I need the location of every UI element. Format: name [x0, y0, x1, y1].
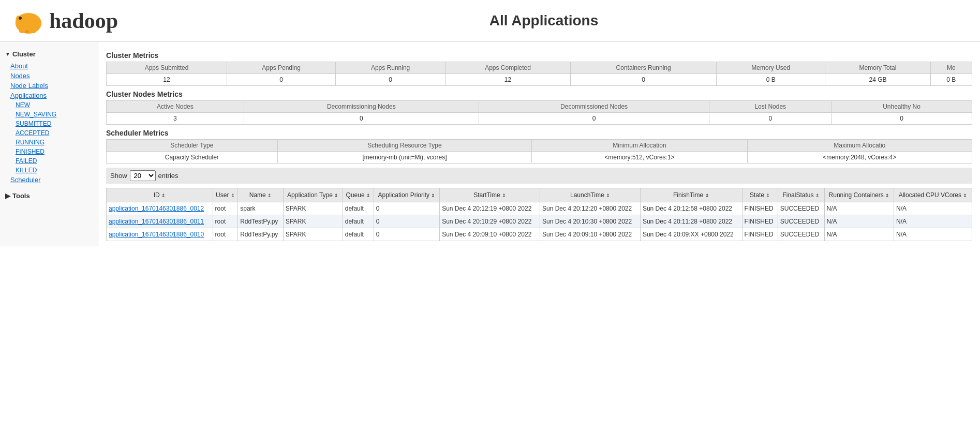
- col-decommissioning-nodes: Decommissioning Nodes: [244, 101, 479, 113]
- th-id[interactable]: ID ⇕: [107, 188, 213, 202]
- cluster-nodes-metrics-table: Active Nodes Decommissioning Nodes Decom…: [106, 100, 972, 125]
- cell-state: FINISHED: [742, 202, 778, 215]
- entries-label: entries: [158, 172, 179, 180]
- svg-point-7: [25, 30, 29, 33]
- col-apps-pending: Apps Pending: [227, 62, 336, 74]
- th-final-status[interactable]: FinalStatus ⇕: [778, 188, 824, 202]
- sidebar-item-node-labels[interactable]: Node Labels: [0, 81, 98, 91]
- th-id-label: ID: [154, 191, 160, 199]
- val-decommissioned-nodes: 0: [479, 113, 709, 125]
- th-launch-time[interactable]: LaunchTime ⇕: [540, 188, 641, 202]
- cell-start-time: Sun Dec 4 20:09:10 +0800 2022: [440, 228, 540, 241]
- app-id-link[interactable]: application_1670146301886_0011: [109, 218, 204, 225]
- sort-final-icon: ⇕: [815, 193, 820, 198]
- app-id-link[interactable]: application_1670146301886_0012: [109, 205, 204, 212]
- svg-point-3: [19, 17, 22, 20]
- cell-priority: 0: [374, 215, 439, 228]
- val-memory-used: 0 B: [717, 74, 825, 86]
- th-name[interactable]: Name ⇕: [238, 188, 283, 202]
- col-lost-nodes: Lost Nodes: [709, 101, 831, 113]
- sort-containers-icon: ⇕: [885, 193, 889, 198]
- val-lost-nodes: 0: [709, 113, 831, 125]
- val-scheduling-resource-type: [memory-mb (unit=Mi), vcores]: [277, 152, 532, 164]
- cell-priority: 0: [374, 228, 439, 241]
- table-row: application_1670146301886_0012rootsparkS…: [107, 202, 972, 215]
- sidebar-item-new[interactable]: NEW: [0, 100, 98, 110]
- cell-launch-time: Sun Dec 4 20:09:10 +0800 2022: [540, 228, 641, 241]
- sidebar-item-accepted[interactable]: ACCEPTED: [0, 128, 98, 138]
- th-state[interactable]: State ⇕: [742, 188, 778, 202]
- cell-id: application_1670146301886_0010: [107, 228, 213, 241]
- th-start-time-label: StartTime: [473, 191, 500, 199]
- th-app-type-label: Application Type: [287, 191, 333, 199]
- val-apps-running: 0: [336, 74, 446, 86]
- cell-allocated-cpu: N/A: [894, 228, 972, 241]
- col-memory-used: Memory Used: [717, 62, 825, 74]
- cluster-metrics-table: Apps Submitted Apps Pending Apps Running…: [106, 62, 972, 86]
- sort-app-type-icon: ⇕: [334, 193, 338, 198]
- show-entries-bar: Show 10 20 50 100 entries: [106, 168, 972, 184]
- th-finish-time-label: FinishTime: [673, 191, 703, 199]
- sort-queue-icon: ⇕: [366, 193, 370, 198]
- sidebar-item-nodes[interactable]: Nodes: [0, 71, 98, 81]
- cell-final-status: SUCCEEDED: [778, 202, 824, 215]
- sidebar-item-about[interactable]: About: [0, 61, 98, 71]
- th-start-time[interactable]: StartTime ⇕: [440, 188, 540, 202]
- cell-priority: 0: [374, 202, 439, 215]
- cell-queue: default: [343, 202, 374, 215]
- cluster-metrics-title: Cluster Metrics: [106, 51, 972, 60]
- col-scheduling-resource-type: Scheduling Resource Type: [277, 140, 532, 152]
- hadoop-logo-icon: [10, 5, 47, 36]
- cluster-section-header[interactable]: ▼ Cluster: [0, 47, 98, 61]
- val-memory-total: 24 GB: [825, 74, 930, 86]
- th-running-containers-label: Running Containers: [829, 191, 884, 199]
- th-user-label: User: [216, 191, 229, 199]
- sort-id-icon: ⇕: [161, 193, 166, 198]
- cell-allocated-cpu: N/A: [894, 202, 972, 215]
- val-min-allocation: <memory:512, vCores:1>: [532, 152, 747, 164]
- sidebar-item-finished[interactable]: FINISHED: [0, 147, 98, 156]
- th-queue[interactable]: Queue ⇕: [343, 188, 374, 202]
- cell-start-time: Sun Dec 4 20:12:19 +0800 2022: [440, 202, 540, 215]
- val-apps-completed: 12: [445, 74, 570, 86]
- sidebar-item-running[interactable]: RUNNING: [0, 138, 98, 147]
- entries-select[interactable]: 10 20 50 100: [130, 170, 156, 181]
- sort-name-icon: ⇕: [268, 193, 272, 198]
- col-max-allocation: Maximum Allocatio: [747, 140, 972, 152]
- tools-section-header[interactable]: ▶ Tools: [0, 189, 98, 203]
- sidebar-item-killed[interactable]: KILLED: [0, 166, 98, 175]
- th-priority[interactable]: Application Priority ⇕: [374, 188, 439, 202]
- sort-start-icon: ⇕: [502, 193, 506, 198]
- th-finish-time[interactable]: FinishTime ⇕: [640, 188, 742, 202]
- th-running-containers[interactable]: Running Containers ⇕: [824, 188, 894, 202]
- sidebar-item-failed[interactable]: FAILED: [0, 156, 98, 166]
- val-decommissioning-nodes: 0: [244, 113, 479, 125]
- val-apps-pending: 0: [227, 74, 336, 86]
- col-unhealthy-nodes: Unhealthy No: [831, 101, 972, 113]
- cell-user: root: [213, 228, 238, 241]
- cell-finish-time: Sun Dec 4 20:09:XX +0800 2022: [640, 228, 742, 241]
- app-id-link[interactable]: application_1670146301886_0010: [109, 231, 204, 238]
- cell-user: root: [213, 202, 238, 215]
- apps-table-body: application_1670146301886_0012rootsparkS…: [107, 202, 972, 241]
- cell-state: FINISHED: [742, 215, 778, 228]
- th-name-label: Name: [249, 191, 266, 199]
- sidebar-item-submitted[interactable]: SUBMITTED: [0, 119, 98, 128]
- cell-launch-time: Sun Dec 4 20:10:30 +0800 2022: [540, 215, 641, 228]
- col-memory-total: Memory Total: [825, 62, 930, 74]
- cell-app-type: SPARK: [283, 202, 343, 215]
- th-user[interactable]: User ⇕: [213, 188, 238, 202]
- col-containers-running: Containers Running: [571, 62, 717, 74]
- th-app-type[interactable]: Application Type ⇕: [283, 188, 343, 202]
- sidebar-item-new-saving[interactable]: NEW_SAVING: [0, 110, 98, 119]
- sidebar: ▼ Cluster About Nodes Node Labels Applic…: [0, 42, 98, 246]
- sidebar-item-applications[interactable]: Applications: [0, 91, 98, 100]
- tools-label: Tools: [12, 192, 30, 200]
- sort-launch-icon: ⇕: [606, 193, 610, 198]
- val-containers-running: 0: [571, 74, 717, 86]
- cell-running-containers: N/A: [824, 202, 894, 215]
- cell-finish-time: Sun Dec 4 20:11:28 +0800 2022: [640, 215, 742, 228]
- sidebar-item-scheduler[interactable]: Scheduler: [0, 175, 98, 185]
- th-allocated-cpu[interactable]: Allocated CPU VCores ⇕: [894, 188, 972, 202]
- th-allocated-cpu-label: Allocated CPU VCores: [899, 191, 961, 199]
